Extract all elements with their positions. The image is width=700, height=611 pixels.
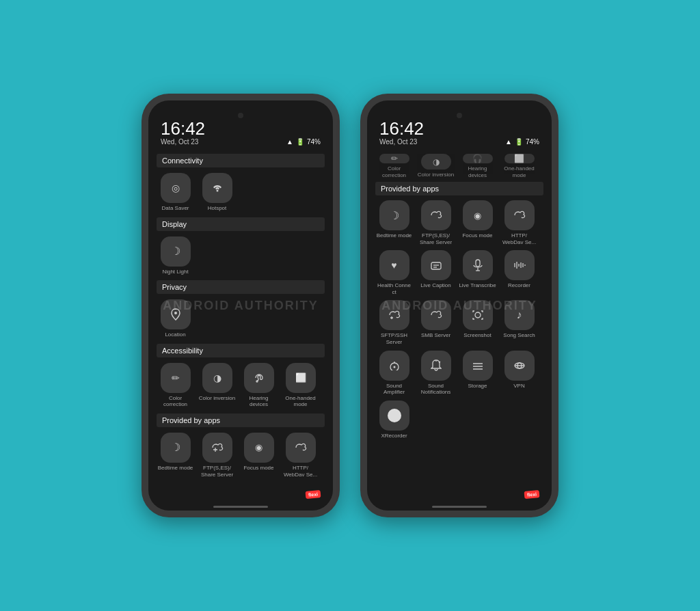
vpn-label: VPN [513, 383, 524, 390]
left-camera [238, 113, 243, 118]
tile-live-caption[interactable]: Live Caption [417, 250, 455, 295]
http-label-left: HTTP/ WebDav Se... [282, 465, 319, 478]
hearing-devices-icon [244, 363, 274, 393]
xrecorder-icon [379, 400, 409, 431]
tile-bedtime[interactable]: ☽ Bedtime mode [375, 200, 413, 245]
ftp-label-left: FTP(S,ES)/ Share Server [198, 465, 236, 478]
svg-point-16 [475, 312, 481, 318]
bedtime-label: Bedtime mode [377, 232, 412, 239]
tile-partial-2[interactable]: ◑ Color inversion [417, 154, 455, 178]
right-phone-screen: 16:42 Wed, Oct 23 ▲ 🔋 74% ✏ Color correc… [367, 100, 552, 511]
battery-pct-right: 74% [526, 138, 539, 146]
color-correction-icon: ✏ [161, 363, 191, 393]
privacy-header: Privacy [157, 280, 325, 294]
sftp-label: SFTP/SSH Server [375, 332, 413, 345]
tile-http[interactable]: HTTP/ WebDav Se... [500, 200, 538, 245]
tile-hotspot[interactable]: Hotspot [198, 173, 236, 212]
left-phone: 16:42 Wed, Oct 23 ▲ 🔋 74% Connectivity ◎… [142, 94, 340, 517]
provided-row-2: ♥ Health Conne ct Live Caption [375, 250, 543, 295]
focus-label-left: Focus mode [243, 465, 273, 472]
tile-sftp[interactable]: SFTP/SSH Server [375, 300, 413, 345]
svg-point-0 [216, 190, 218, 192]
partial-icon-3: 🎧 [463, 154, 493, 163]
right-status-bar: 16:42 Wed, Oct 23 ▲ 🔋 74% [367, 100, 552, 148]
tile-color-correction[interactable]: ✏ Color correction [157, 363, 194, 408]
flexi-badge-right: flexi [524, 490, 540, 499]
right-phone: 16:42 Wed, Oct 23 ▲ 🔋 74% ✏ Color correc… [360, 94, 558, 517]
tile-one-handed-mode[interactable]: ⬜ One-handed mode [282, 363, 319, 408]
xrecorder-label: XRecorder [381, 433, 407, 439]
left-phone-screen: 16:42 Wed, Oct 23 ▲ 🔋 74% Connectivity ◎… [148, 100, 333, 511]
color-inversion-icon: ◑ [202, 363, 232, 393]
smb-label: SMB Server [421, 332, 450, 339]
vpn-icon [504, 351, 535, 381]
tile-smb[interactable]: SMB Server [417, 300, 455, 345]
flexi-badge-left: flexi [306, 490, 321, 499]
right-phone-frame: 16:42 Wed, Oct 23 ▲ 🔋 74% ✏ Color correc… [360, 94, 558, 517]
tile-partial-3[interactable]: 🎧 Hearing devices [459, 154, 496, 178]
partial-label-1: Color correction [375, 165, 413, 178]
tile-ftp[interactable]: FTP(S,ES)/ Share Server [417, 200, 455, 245]
bedtime-icon-left: ☽ [161, 433, 191, 463]
partial-icon-1: ✏ [379, 154, 409, 163]
battery-icon: 🔋 [296, 138, 304, 146]
hotspot-label: Hotspot [208, 205, 227, 212]
connectivity-tiles: ◎ Data Saver Hotspot [157, 173, 325, 212]
one-handed-icon: ⬜ [286, 363, 316, 393]
provided-row-3: SFTP/SSH Server SMB Server [375, 300, 543, 345]
focus-icon: ◉ [463, 200, 493, 230]
tile-color-inversion[interactable]: ◑ Color inversion [198, 363, 236, 408]
tile-storage[interactable]: Storage [459, 351, 496, 396]
left-status-bar: 16:42 Wed, Oct 23 ▲ 🔋 74% [148, 100, 333, 148]
svg-point-18 [393, 366, 395, 368]
ftp-icon [421, 200, 451, 230]
tile-recorder[interactable]: Recorder [500, 250, 538, 295]
tile-sound-amplifier[interactable]: Sound Amplifier [375, 351, 413, 396]
provided-apps-tiles-left: ☽ Bedtime mode FTP(S,ES)/ Share Server [157, 433, 325, 478]
accessibility-header: Accessibility [157, 344, 325, 357]
tile-focus[interactable]: ◉ Focus mode [459, 200, 496, 245]
right-time-block: 16:42 Wed, Oct 23 [379, 120, 424, 146]
sound-amplifier-label: Sound Amplifier [375, 383, 413, 396]
tile-partial-1[interactable]: ✏ Color correction [375, 154, 413, 178]
tile-song-search[interactable]: ♪ Song Search [500, 300, 538, 345]
tile-focus-left[interactable]: ◉ Focus mode [240, 433, 278, 478]
tile-http-left[interactable]: HTTP/ WebDav Se... [282, 433, 319, 478]
tile-ftp-left[interactable]: FTP(S,ES)/ Share Server [198, 433, 236, 478]
screenshot-icon [463, 300, 493, 330]
svg-point-1 [174, 312, 177, 314]
tile-partial-4[interactable]: ⬜ One-handed mode [500, 154, 538, 178]
song-search-label: Song Search [503, 332, 535, 339]
right-camera [457, 113, 462, 118]
color-inversion-label: Color inversion [199, 395, 235, 402]
http-label: HTTP/ WebDav Se... [500, 232, 538, 245]
provided-row-1: ☽ Bedtime mode FTP(S,ES)/ Share Server ◉ [375, 200, 543, 245]
wifi-icon: ▲ [286, 138, 293, 146]
live-transcribe-label: Live Transcribe [459, 282, 496, 289]
tile-bedtime-left[interactable]: ☽ Bedtime mode [157, 433, 194, 478]
song-search-icon: ♪ [504, 300, 535, 330]
recorder-label: Recorder [508, 282, 530, 289]
battery-pct: 74% [307, 138, 321, 146]
tile-xrecorder[interactable]: XRecorder [375, 400, 413, 439]
health-label: Health Conne ct [375, 282, 413, 295]
one-handed-label: One-handed mode [282, 395, 319, 408]
svg-point-3 [256, 381, 258, 382]
tile-live-transcribe[interactable]: Live Transcribe [459, 250, 496, 295]
svg-rect-4 [431, 262, 441, 269]
tile-data-saver[interactable]: ◎ Data Saver [157, 173, 194, 212]
tile-hearing-devices[interactable]: Hearing devices [240, 363, 278, 408]
tile-screenshot[interactable]: Screenshot [459, 300, 496, 345]
data-saver-label: Data Saver [161, 205, 189, 212]
sftp-icon [379, 300, 409, 330]
tile-health[interactable]: ♥ Health Conne ct [375, 250, 413, 295]
tile-night-light[interactable]: ☽ Night Light [157, 236, 194, 275]
right-date: Wed, Oct 23 [379, 138, 424, 146]
tile-location[interactable]: Location [157, 299, 194, 338]
partial-label-4: One-handed mode [500, 165, 538, 178]
bedtime-label-left: Bedtime mode [158, 465, 193, 472]
provided-row-5: XRecorder [375, 400, 543, 439]
tile-vpn[interactable]: VPN [500, 351, 538, 396]
left-screen-content: Connectivity ◎ Data Saver [148, 148, 333, 503]
tile-sound-notifications[interactable]: Sound Notifications [417, 351, 455, 396]
